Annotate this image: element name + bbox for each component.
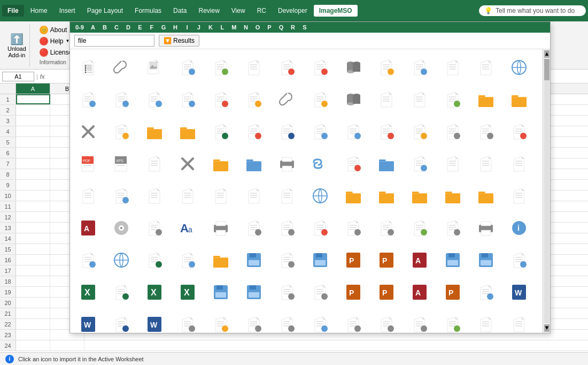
icon-cell-53[interactable] (238, 148, 270, 180)
icon-cell-17[interactable] (105, 83, 137, 116)
icon-cell-70[interactable] (271, 180, 303, 212)
icon-cell-101[interactable] (238, 244, 270, 276)
menu-formulas[interactable]: Formulas (129, 5, 167, 17)
alpha-btn-m[interactable]: M (228, 23, 240, 32)
cell-a14[interactable] (16, 233, 50, 244)
icon-cell-1[interactable] (105, 51, 137, 83)
icon-cell-36[interactable] (205, 116, 237, 148)
col-header-a[interactable]: A (16, 83, 50, 94)
icon-cell-33[interactable] (105, 116, 137, 148)
icon-cell-136[interactable] (337, 308, 369, 333)
icon-cell-92[interactable] (470, 212, 502, 244)
icon-cell-43[interactable] (437, 116, 469, 148)
icon-cell-25[interactable] (370, 83, 403, 116)
icon-cell-35[interactable] (172, 116, 204, 148)
icon-cell-76[interactable] (470, 180, 502, 212)
icon-cell-98[interactable] (138, 244, 171, 276)
cell-a3[interactable] (16, 116, 50, 126)
alpha-btn-r[interactable]: R (287, 23, 299, 32)
cell-a4[interactable] (16, 126, 50, 136)
cell-a23[interactable] (16, 330, 50, 340)
icon-cell-5[interactable] (238, 51, 270, 83)
icon-cell-139[interactable] (437, 308, 469, 333)
icon-cell-40[interactable] (337, 116, 369, 148)
cell-a5[interactable] (16, 137, 50, 147)
cell-a6[interactable] (16, 148, 50, 158)
icon-cell-4[interactable] (205, 51, 237, 83)
icon-cell-117[interactable] (238, 276, 270, 308)
icon-cell-41[interactable] (370, 116, 403, 148)
icon-cell-22[interactable] (271, 83, 303, 116)
icon-cell-3[interactable] (172, 51, 204, 83)
icon-cell-72[interactable] (337, 180, 369, 212)
icon-cell-56[interactable] (337, 148, 369, 180)
icon-cell-112[interactable]: X (72, 276, 104, 308)
icon-cell-106[interactable]: A (404, 244, 436, 276)
cell-a19[interactable] (16, 287, 50, 297)
alpha-btn-0-9[interactable]: 0-9 (72, 23, 87, 32)
menu-developer[interactable]: Developer (273, 5, 313, 17)
icon-cell-8[interactable] (337, 51, 369, 83)
icon-cell-64[interactable] (72, 180, 104, 212)
icon-cell-19[interactable] (172, 83, 204, 116)
scroll-down-btn[interactable]: ▼ (544, 324, 550, 332)
icon-cell-80[interactable]: A (72, 212, 104, 244)
icon-cell-131[interactable] (172, 308, 204, 333)
icon-cell-100[interactable] (205, 244, 237, 276)
icon-cell-130[interactable]: W (138, 308, 171, 333)
search-input[interactable] (74, 35, 154, 47)
icon-cell-48[interactable]: PDF (72, 148, 104, 180)
icon-cell-116[interactable] (205, 276, 237, 308)
icon-cell-13[interactable] (503, 51, 535, 83)
cell-a24[interactable] (16, 340, 50, 351)
alpha-btn-e[interactable]: E (134, 23, 146, 32)
icon-cell-18[interactable] (138, 83, 171, 116)
icon-cell-88[interactable] (337, 212, 369, 244)
icon-cell-28[interactable] (470, 83, 502, 116)
icon-cell-123[interactable]: P (437, 276, 469, 308)
icon-cell-97[interactable] (105, 244, 137, 276)
icon-cell-34[interactable] (138, 116, 171, 148)
alpha-btn-n[interactable]: N (240, 23, 252, 32)
alpha-btn-d[interactable]: D (122, 23, 134, 32)
icon-cell-87[interactable] (304, 212, 336, 244)
icon-cell-60[interactable] (470, 148, 502, 180)
cell-a15[interactable] (16, 244, 50, 254)
alpha-btn-s[interactable]: S (299, 23, 311, 32)
alpha-btn-j[interactable]: J (193, 23, 205, 32)
icon-cell-44[interactable] (470, 116, 502, 148)
icon-cell-105[interactable]: P (370, 244, 403, 276)
menu-insert[interactable]: Insert (54, 5, 81, 17)
icon-cell-132[interactable] (205, 308, 237, 333)
icon-cell-75[interactable] (437, 180, 469, 212)
icon-cell-109[interactable] (503, 244, 535, 276)
icon-cell-129[interactable] (105, 308, 137, 333)
alpha-btn-a[interactable]: A (87, 23, 99, 32)
menu-review[interactable]: Review (193, 5, 225, 17)
icon-cell-108[interactable] (470, 244, 502, 276)
icon-cell-124[interactable] (470, 276, 502, 308)
icon-cell-89[interactable] (370, 212, 403, 244)
icon-cell-20[interactable] (205, 83, 237, 116)
icon-cell-118[interactable] (271, 276, 303, 308)
icon-cell-83[interactable]: Aa (172, 212, 204, 244)
icon-cell-81[interactable] (105, 212, 137, 244)
icon-cell-57[interactable] (370, 148, 403, 180)
menu-rc[interactable]: RC (252, 5, 272, 17)
icon-cell-66[interactable] (138, 180, 171, 212)
icon-cell-32[interactable] (72, 116, 104, 148)
icon-cell-141[interactable] (503, 308, 535, 333)
icon-cell-107[interactable] (437, 244, 469, 276)
cell-a1[interactable] (16, 94, 50, 104)
icon-cell-45[interactable] (503, 116, 535, 148)
alpha-btn-h[interactable]: H (169, 23, 181, 32)
unload-addin-btn[interactable]: ⬆️ Unload Add-in (7, 33, 26, 58)
icon-cell-11[interactable] (437, 51, 469, 83)
results-btn[interactable]: 🔽 Results (159, 35, 199, 47)
icon-cell-21[interactable] (238, 83, 270, 116)
cell-a8[interactable] (16, 169, 50, 179)
scroll-thumb[interactable] (544, 59, 550, 80)
scrollbar[interactable]: ▲ ▼ (543, 49, 550, 333)
icon-cell-9[interactable] (370, 51, 403, 83)
icon-cell-10[interactable] (404, 51, 436, 83)
